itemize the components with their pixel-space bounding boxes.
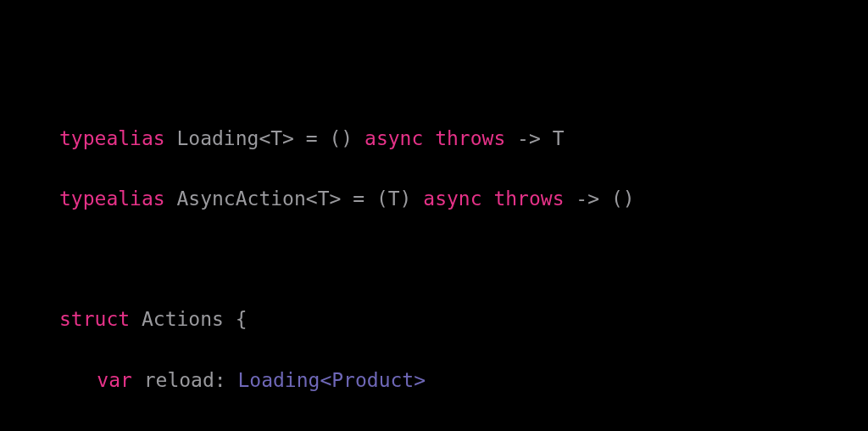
line-var-togglefavorite: var toggleFavorite: Loading<Product> bbox=[59, 426, 809, 431]
line-struct-open: struct Actions { bbox=[59, 305, 809, 335]
keyword-async: async bbox=[423, 188, 481, 210]
keyword-typealias: typealias bbox=[59, 127, 165, 149]
keyword-var: var bbox=[97, 369, 132, 391]
type-loading: Loading bbox=[176, 127, 259, 149]
generic-t: <T> bbox=[306, 188, 342, 210]
struct-actions: Actions bbox=[142, 308, 224, 330]
blank-line bbox=[59, 244, 809, 275]
keyword-throws: throws bbox=[435, 127, 505, 149]
line-typealias-asyncaction: typealias AsyncAction<T> = (T) async thr… bbox=[59, 184, 809, 215]
keyword-typealias: typealias bbox=[59, 188, 165, 210]
line-var-reload: var reload: Loading<Product> bbox=[59, 366, 809, 396]
generic-t: <T> bbox=[259, 127, 294, 149]
type-asyncaction: AsyncAction bbox=[176, 188, 305, 210]
keyword-throws: throws bbox=[493, 188, 564, 210]
line-typealias-loading: typealias Loading<T> = () async throws -… bbox=[59, 124, 809, 154]
code-snippet: typealias Loading<T> = () async throws -… bbox=[59, 93, 809, 431]
generic-product: <Product> bbox=[320, 369, 426, 391]
keyword-struct: struct bbox=[59, 308, 130, 330]
type-ref-loading: Loading bbox=[237, 369, 320, 391]
member-reload: reload: bbox=[132, 369, 238, 391]
keyword-async: async bbox=[364, 127, 423, 149]
